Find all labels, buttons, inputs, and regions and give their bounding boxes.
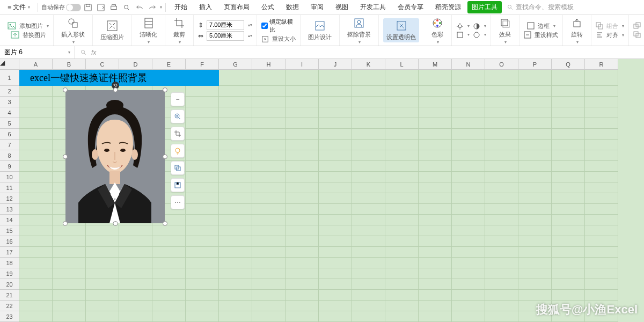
cell[interactable] [186,172,219,182]
cell[interactable] [286,172,319,182]
cell[interactable] [518,161,552,172]
cell[interactable] [352,161,385,172]
row-header[interactable]: 1 [0,70,19,86]
cell[interactable] [452,129,485,140]
cell[interactable] [452,193,485,204]
cell[interactable] [186,140,219,150]
cell[interactable] [186,129,219,140]
cell[interactable] [485,204,518,215]
cell[interactable] [452,97,485,107]
cell[interactable] [119,247,152,258]
add-image-button[interactable]: 添加图片▾ [8,22,49,30]
col-header[interactable]: P [518,59,552,70]
cell[interactable] [53,279,86,290]
cell[interactable] [552,140,585,150]
cell[interactable] [119,268,152,279]
cell[interactable] [286,193,319,204]
row-header[interactable]: 20 [0,279,19,290]
save-icon[interactable] [82,2,94,13]
cell[interactable] [518,258,552,268]
cell[interactable] [286,150,319,161]
border-button[interactable]: 边框▾ [527,22,555,30]
cell[interactable] [19,225,53,236]
cell[interactable] [385,215,419,225]
cell[interactable] [352,204,385,215]
cell[interactable] [485,161,518,172]
cell[interactable] [19,279,53,290]
cell[interactable] [219,258,252,268]
cell[interactable] [552,97,585,107]
resize-handle-s[interactable] [113,221,118,226]
cell[interactable] [319,70,352,86]
cell[interactable] [552,193,585,204]
cell[interactable] [552,70,585,86]
cell[interactable] [419,140,452,150]
tab-layout[interactable]: 页面布局 [218,1,255,14]
fx-search-icon[interactable] [80,49,87,56]
cell[interactable] [585,268,618,279]
cell[interactable] [352,311,385,322]
cell[interactable] [286,129,319,140]
cell[interactable] [86,258,119,268]
cell[interactable] [152,258,186,268]
row-header[interactable]: 17 [0,247,19,258]
cell[interactable] [385,301,419,311]
row-header[interactable]: 19 [0,268,19,279]
cell[interactable] [385,193,419,204]
cell[interactable] [352,182,385,193]
cell[interactable] [452,311,485,322]
cell[interactable] [252,301,286,311]
cell[interactable] [485,215,518,225]
cell[interactable] [19,172,53,182]
cell[interactable] [452,172,485,182]
cell[interactable] [152,225,186,236]
cell[interactable] [352,86,385,97]
cell[interactable] [319,279,352,290]
cell[interactable] [219,236,252,247]
file-menu[interactable]: ≡ 文件▾ [3,1,34,13]
cell[interactable] [552,129,585,140]
cell[interactable] [518,290,552,301]
resize-handle-w[interactable] [63,155,68,159]
cell[interactable] [585,215,618,225]
cell[interactable] [485,247,518,258]
cell[interactable] [552,182,585,193]
cell[interactable] [585,193,618,204]
cell[interactable] [252,247,286,258]
cell[interactable] [119,236,152,247]
cell[interactable] [452,182,485,193]
row-header[interactable]: 2 [0,86,19,97]
cell[interactable] [552,150,585,161]
cell[interactable] [352,118,385,129]
row-header[interactable]: 16 [0,236,19,247]
cell[interactable] [19,301,53,311]
cell[interactable] [286,258,319,268]
cell[interactable] [86,225,119,236]
col-header[interactable]: R [585,59,618,70]
cell[interactable] [319,107,352,118]
cell[interactable] [385,129,419,140]
cell[interactable] [86,279,119,290]
cell[interactable] [552,118,585,129]
cell[interactable] [219,247,252,258]
cell[interactable] [219,193,252,204]
cell[interactable] [252,215,286,225]
cell[interactable] [518,107,552,118]
cell[interactable] [219,311,252,322]
align-button[interactable]: 对齐▾ [596,31,624,39]
float-save-icon[interactable] [171,178,185,192]
cell[interactable] [552,86,585,97]
cell[interactable] [19,140,53,150]
cell[interactable] [518,182,552,193]
cell[interactable] [286,225,319,236]
cell[interactable] [485,97,518,107]
pic-design-button[interactable]: 图片设计 [305,18,335,42]
cell[interactable] [419,150,452,161]
cell[interactable] [552,161,585,172]
cell[interactable] [585,118,618,129]
tab-member[interactable]: 会员专享 [392,1,429,14]
cell[interactable] [186,290,219,301]
cell[interactable] [286,290,319,301]
cell[interactable] [352,215,385,225]
cell[interactable] [585,172,618,182]
